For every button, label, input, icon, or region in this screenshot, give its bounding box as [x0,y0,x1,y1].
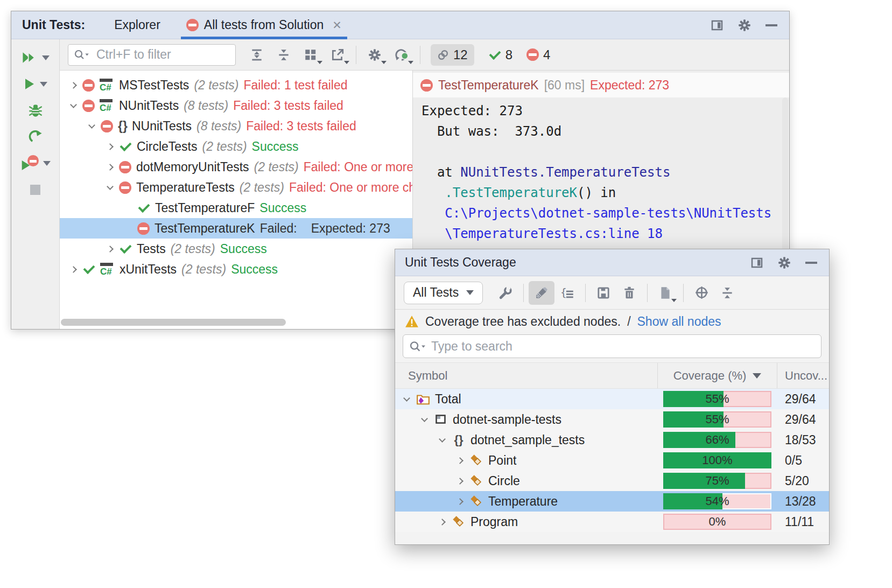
failed-tests-count[interactable]: 4 [526,47,550,62]
run-tests-button[interactable] [15,73,57,95]
layout-icon[interactable] [711,19,724,32]
coverage-row-point[interactable]: Point 100% 0/5 [395,450,829,471]
toolbar-separator [523,284,524,302]
coverage-bar: 0% [663,514,771,530]
show-code-structure-button[interactable]: { [554,281,580,305]
chevron-down-icon[interactable] [398,398,415,401]
chevron-right-icon[interactable] [452,458,468,463]
minimize-icon[interactable] [805,262,817,264]
passed-tests-count[interactable]: 8 [488,47,512,62]
chevron-right-icon[interactable] [64,267,82,272]
stack-trace-type: NUnitTests.TemperatureTests [460,165,670,180]
link-icon [437,49,449,61]
chevron-right-icon[interactable] [64,83,82,88]
stop-button[interactable] [15,179,57,200]
navigate-to-coverage-button[interactable] [689,281,714,305]
coverage-row-circle[interactable]: Circle 75% 5/20 [395,471,829,491]
history-button[interactable] [388,43,415,67]
coverage-header: Unit Tests Coverage [395,249,829,276]
tree-row-xunittests[interactable]: C# xUnitTests (2 tests) Success [60,259,412,279]
chevron-right-icon[interactable] [434,520,450,524]
coverage-search-input[interactable] [403,334,821,358]
chevron-down-icon[interactable] [434,439,450,442]
save-snapshot-button[interactable] [591,281,616,305]
class-icon [468,495,485,508]
chevron-down-icon[interactable] [416,418,432,421]
class-icon [468,454,485,467]
source-line-link[interactable]: \TemperatureTests.cs:line 18 [422,226,663,241]
collapse-all-button[interactable] [270,43,297,67]
toolbar-separator [356,46,356,64]
collapse-all-button[interactable] [714,281,740,305]
dropdown-caret-icon[interactable] [43,161,51,166]
tree-row-nunittests-project[interactable]: C# NUnitTests (8 tests) Failed: 3 tests … [60,95,412,116]
coverage-row-total[interactable]: Total 55% 29/64 [395,389,829,409]
dropdown-caret-icon[interactable] [42,55,50,60]
highlight-code-button[interactable] [529,281,554,305]
failed-status-icon [119,181,131,194]
toolbar-separator [585,284,586,302]
passed-count-value: 8 [505,47,512,62]
coverage-bar: 55% [663,391,771,407]
settings-wrench-button[interactable] [493,281,518,305]
coverage-row-dotnet-sample-tests-namespace[interactable]: {} dotnet_sample_tests 66% 18/53 [395,430,829,450]
history-icon [394,47,409,62]
dropdown-caret-icon[interactable] [40,82,47,87]
source-file-link[interactable]: C:\Projects\dotnet-sample-tests\NUnitTes… [422,206,771,221]
options-button[interactable] [361,43,388,67]
horizontal-scrollbar[interactable] [61,319,286,326]
minimize-icon[interactable] [765,24,777,26]
column-header-symbol[interactable]: Symbol [395,369,657,383]
failed-status-icon [420,79,433,92]
tab-explorer[interactable]: Explorer [109,11,166,39]
chevron-down-icon[interactable] [82,125,101,128]
coverage-row-dotnet-sample-tests[interactable]: dotnet-sample-tests 55% 29/64 [395,409,829,430]
chevron-down-icon[interactable] [101,186,119,189]
chevron-right-icon[interactable] [452,499,468,504]
gear-icon[interactable] [738,18,751,32]
rerun-failed-tests-button[interactable] [15,152,57,174]
gear-icon[interactable] [777,256,791,270]
scope-label: All Tests [413,285,459,300]
tree-row-dotmemoryunittests[interactable]: dotMemoryUnitTests (2 tests) Failed: One… [60,157,412,177]
warning-icon [405,315,419,328]
tree-row-testtemperaturek[interactable]: TestTemperatureK Failed: Expected: 273 [60,218,412,239]
tab-all-tests-from-solution[interactable]: All tests from Solution ✕ [181,11,347,39]
tree-row-mstesttests[interactable]: C# MSTestTests (2 tests) Failed: 1 test … [60,75,412,95]
run-all-tests-button[interactable] [15,47,57,68]
chevron-right-icon[interactable] [452,479,468,484]
stack-trace-method: .TestTemperatureK [445,185,577,200]
export-icon [331,48,345,62]
toolbar-separator [647,284,648,302]
debug-tests-button[interactable] [15,100,57,121]
tree-row-temperaturetests[interactable]: TemperatureTests (2 tests) Failed: One o… [60,177,412,198]
chevron-right-icon[interactable] [101,247,119,251]
chevron-right-icon[interactable] [101,144,119,149]
passed-check-icon [137,201,150,214]
tree-row-testtemperaturef[interactable]: TestTemperatureF Success [60,198,412,218]
close-tab-icon[interactable]: ✕ [332,19,342,32]
save-floppy-icon [596,286,610,300]
csharp-project-icon: C# [100,262,115,276]
layout-icon[interactable] [750,256,763,269]
export-button[interactable] [324,43,351,67]
tree-row-tests[interactable]: Tests (2 tests) Success [60,239,412,259]
column-header-uncovered[interactable]: Uncov... [777,369,829,383]
total-tests-count[interactable]: 12 [431,44,474,66]
coverage-row-program[interactable]: Program 0% 11/11 [395,512,829,532]
show-all-nodes-link[interactable]: Show all nodes [637,314,721,329]
chevron-down-icon[interactable] [64,104,82,107]
filter-input[interactable] [68,44,236,66]
group-by-button[interactable] [297,43,324,67]
scope-dropdown[interactable]: All Tests [404,282,483,304]
expand-all-button[interactable] [243,43,270,67]
delete-snapshot-button[interactable] [616,281,642,305]
tree-row-nunittests-namespace[interactable]: {} NUnitTests (8 tests) Failed: 3 tests … [60,116,412,136]
chevron-right-icon[interactable] [101,165,119,170]
coverage-row-temperature[interactable]: Temperature 54% 13/28 [395,491,829,512]
passed-check-icon [488,48,501,61]
column-header-coverage[interactable]: Coverage (%) [657,363,777,388]
repeat-tests-button[interactable] [15,126,57,148]
export-report-button[interactable] [652,281,678,305]
tree-row-circletests[interactable]: CircleTests (2 tests) Success [60,136,412,157]
